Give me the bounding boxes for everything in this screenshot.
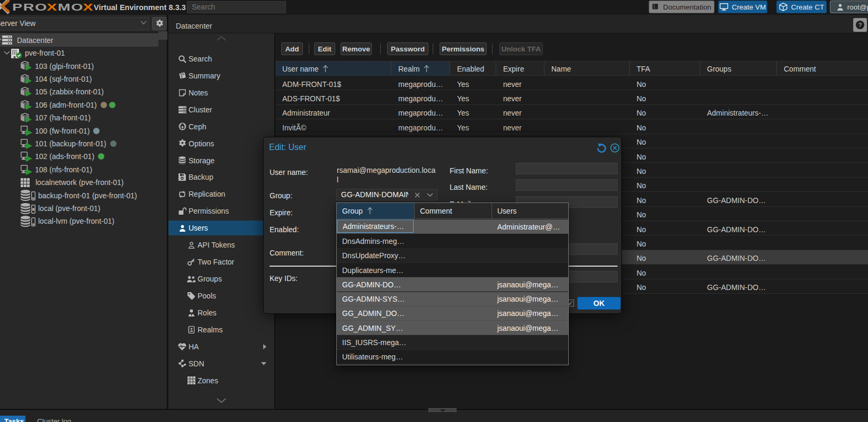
svg-text:?: ? <box>858 22 862 28</box>
